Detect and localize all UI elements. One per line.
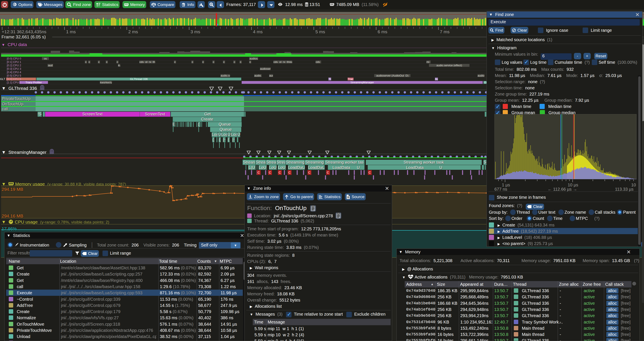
svg-text:3 ms: 3 ms	[190, 29, 200, 34]
svg-text:5 ms: 5 ms	[316, 29, 325, 34]
svg-text:7 ms: 7 ms	[440, 29, 450, 34]
svg-text:+12:31 362,643,435ns: +12:31 362,643,435ns	[2, 29, 46, 34]
svg-text:4 ms: 4 ms	[253, 29, 263, 34]
svg-text:1 ms: 1 ms	[66, 29, 76, 34]
svg-text:6 ms: 6 ms	[378, 29, 388, 34]
svg-text:2 ms: 2 ms	[128, 29, 138, 34]
